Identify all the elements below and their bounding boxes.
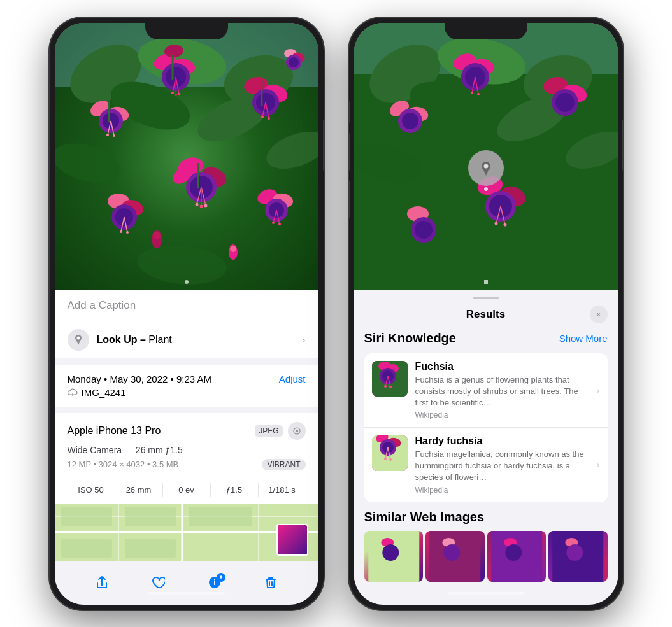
svg-text:i: i (213, 578, 215, 587)
svg-point-79 (296, 430, 298, 432)
svg-point-147 (384, 458, 387, 460)
photo-hero[interactable] (55, 23, 318, 290)
filename: IMG_4241 (82, 387, 126, 398)
svg-point-160 (566, 544, 583, 561)
visual-lookup-icon (68, 329, 89, 351)
exif-row: ISO 50 26 mm 0 ev ƒ1.5 1/181 s (68, 476, 306, 497)
visual-lookup-photo (354, 23, 618, 290)
device-name: Apple iPhone 13 Pro (68, 425, 161, 437)
spec-row: 12 MP • 3024 × 4032 • 3.5 MB VIBRANT (68, 459, 306, 470)
caption-area[interactable]: Add a Caption (55, 290, 318, 321)
sheet-handle (473, 297, 499, 299)
svg-point-64 (289, 57, 299, 67)
svg-point-138 (384, 385, 387, 388)
resolution-label: 12 MP • 3024 × 4032 • 3.5 MB (68, 460, 179, 469)
similar-img-3[interactable] (487, 531, 547, 582)
similar-images-row (364, 531, 608, 582)
meta-section: Monday • May 30, 2022 • 9:23 AM Adjust I… (55, 365, 318, 407)
share-button[interactable] (95, 575, 109, 589)
bottom-toolbar: i ✦ (55, 575, 318, 589)
svg-point-16 (178, 93, 180, 95)
right-silent-button (349, 101, 350, 123)
device-badges: JPEG (255, 422, 305, 440)
svg-rect-89 (189, 507, 252, 526)
exif-ev: 0 ev (163, 483, 211, 497)
exif-focal: 26 mm (115, 483, 163, 497)
svg-point-25 (113, 134, 115, 137)
caption-placeholder[interactable]: Add a Caption (68, 299, 136, 311)
svg-rect-88 (125, 507, 176, 526)
photo-date: Monday • May 30, 2022 • 9:23 AM (68, 374, 211, 384)
svg-rect-91 (125, 539, 176, 558)
similar-img-2[interactable] (425, 531, 485, 582)
svg-point-127 (415, 221, 433, 239)
svg-point-15 (171, 92, 174, 94)
exif-shutter: 1/181 s (259, 483, 306, 497)
svg-point-116 (555, 93, 575, 112)
info-scroll: Add a Caption Look Up – Plant › (55, 290, 318, 561)
svg-point-139 (389, 386, 392, 388)
hardy-text: Hardy fuchsia Fuchsia magellanica, commo… (415, 435, 589, 495)
exif-aperture: ƒ1.5 (211, 483, 259, 497)
lookup-dot (484, 187, 488, 191)
similar-img-1[interactable] (364, 531, 424, 582)
svg-point-32 (261, 116, 264, 118)
svg-point-24 (106, 134, 109, 136)
silent-button (50, 101, 50, 123)
volume-down-button (50, 180, 50, 218)
knowledge-card: Fuchsia Fuchsia is a genus of flowering … (364, 353, 608, 502)
format-badge: JPEG (255, 425, 282, 437)
map-thumbnail (276, 524, 308, 556)
svg-point-76 (76, 336, 80, 339)
results-title: Results (382, 308, 590, 321)
siri-knowledge-title: Siri Knowledge (364, 331, 456, 346)
svg-point-69 (153, 232, 161, 239)
svg-point-157 (505, 544, 522, 561)
svg-point-112 (402, 113, 418, 129)
info-button[interactable]: i ✦ (208, 575, 222, 589)
filename-row: IMG_4241 (68, 387, 306, 398)
lookup-row[interactable]: Look Up – Plant › (55, 321, 318, 358)
location-badge (288, 422, 306, 440)
knowledge-item-hardy[interactable]: Hardy fuchsia Fuchsia magellanica, commo… (364, 428, 608, 502)
hardy-thumbnail (372, 435, 408, 471)
page-indicator (185, 280, 189, 284)
fuchsia-desc: Fuchsia is a genus of flowering plants t… (415, 374, 589, 409)
results-content: Siri Knowledge Show More (354, 331, 618, 582)
hardy-chevron: › (597, 460, 600, 470)
svg-point-108 (477, 93, 480, 95)
svg-point-33 (268, 117, 270, 120)
knowledge-item-fuchsia[interactable]: Fuchsia Fuchsia is a genus of flowering … (364, 353, 608, 428)
divider-2 (55, 407, 318, 413)
fuchsia-thumbnail (372, 361, 408, 397)
exif-iso: ISO 50 (68, 483, 115, 497)
svg-point-123 (494, 222, 497, 225)
map-section[interactable] (55, 504, 318, 561)
home-bar (148, 592, 225, 595)
similar-title: Similar Web Images (364, 510, 608, 525)
svg-point-59 (272, 222, 275, 224)
show-more-button[interactable]: Show More (559, 333, 608, 344)
vibrant-badge: VIBRANT (262, 459, 305, 470)
left-phone-screen: Add a Caption Look Up – Plant › (55, 23, 318, 605)
delete-button[interactable] (264, 575, 278, 589)
svg-point-17 (175, 94, 177, 96)
hardy-desc: Fuchsia magellanica, commonly known as t… (415, 449, 589, 484)
svg-rect-90 (61, 539, 112, 558)
svg-point-107 (471, 92, 473, 94)
close-button[interactable]: × (590, 306, 608, 323)
svg-rect-87 (61, 507, 112, 526)
info-badge: ✦ (217, 573, 225, 582)
favorite-button[interactable] (151, 575, 165, 589)
right-home-bar (448, 592, 524, 595)
svg-point-51 (120, 230, 122, 233)
svg-point-44 (199, 204, 203, 208)
hardy-source: Wikipedia (415, 486, 589, 495)
visual-lookup-button[interactable] (468, 150, 504, 186)
right-phone-screen: Results × Siri Knowledge Show More (354, 23, 618, 605)
right-volume-up (349, 132, 350, 171)
adjust-button[interactable]: Adjust (279, 374, 306, 384)
similar-img-4[interactable] (548, 531, 608, 582)
svg-point-42 (195, 202, 198, 206)
svg-point-124 (503, 223, 506, 226)
